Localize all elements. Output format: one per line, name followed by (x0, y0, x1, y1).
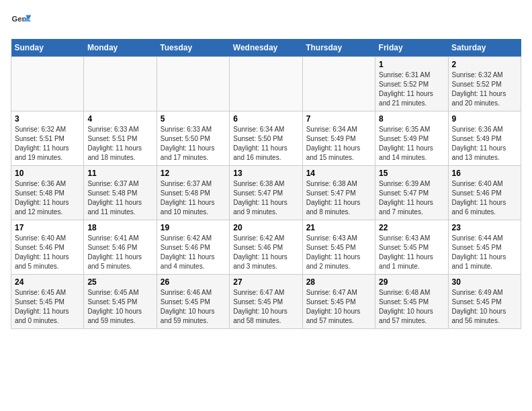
calendar-week-5: 24Sunrise: 6:45 AM Sunset: 5:45 PM Dayli… (11, 275, 521, 329)
calendar-cell: 25Sunrise: 6:45 AM Sunset: 5:45 PM Dayli… (84, 275, 157, 329)
day-info: Sunrise: 6:49 AM Sunset: 5:45 PM Dayligh… (452, 288, 517, 326)
svg-text:Gen: Gen (12, 15, 27, 23)
day-info: Sunrise: 6:48 AM Sunset: 5:45 PM Dayligh… (379, 288, 444, 326)
calendar-cell: 30Sunrise: 6:49 AM Sunset: 5:45 PM Dayli… (448, 275, 521, 329)
day-number: 21 (306, 223, 371, 232)
weekday-header-monday: Monday (84, 39, 157, 57)
day-number: 23 (452, 223, 517, 232)
day-number: 9 (452, 114, 517, 124)
calendar-cell: 14Sunrise: 6:38 AM Sunset: 5:47 PM Dayli… (302, 166, 375, 220)
day-info: Sunrise: 6:36 AM Sunset: 5:49 PM Dayligh… (452, 125, 517, 163)
calendar-cell: 13Sunrise: 6:38 AM Sunset: 5:47 PM Dayli… (230, 166, 302, 220)
day-number: 15 (379, 169, 444, 178)
calendar-cell: 7Sunrise: 6:34 AM Sunset: 5:49 PM Daylig… (302, 111, 375, 166)
calendar-cell: 26Sunrise: 6:46 AM Sunset: 5:45 PM Dayli… (157, 275, 229, 329)
calendar-cell (11, 57, 84, 111)
day-info: Sunrise: 6:36 AM Sunset: 5:48 PM Dayligh… (15, 179, 80, 217)
day-number: 20 (233, 223, 298, 232)
day-info: Sunrise: 6:35 AM Sunset: 5:49 PM Dayligh… (379, 125, 444, 163)
weekday-header-friday: Friday (375, 39, 448, 57)
day-info: Sunrise: 6:38 AM Sunset: 5:47 PM Dayligh… (306, 179, 371, 217)
calendar-cell (157, 57, 229, 111)
calendar-cell: 29Sunrise: 6:48 AM Sunset: 5:45 PM Dayli… (375, 275, 448, 329)
day-info: Sunrise: 6:31 AM Sunset: 5:52 PM Dayligh… (379, 71, 444, 108)
calendar-table: SundayMondayTuesdayWednesdayThursdayFrid… (11, 39, 521, 329)
day-info: Sunrise: 6:40 AM Sunset: 5:46 PM Dayligh… (452, 179, 517, 217)
calendar-week-4: 17Sunrise: 6:40 AM Sunset: 5:46 PM Dayli… (11, 220, 521, 275)
day-info: Sunrise: 6:32 AM Sunset: 5:52 PM Dayligh… (452, 71, 517, 108)
calendar-cell: 17Sunrise: 6:40 AM Sunset: 5:46 PM Dayli… (11, 220, 84, 275)
day-number: 25 (87, 277, 152, 287)
day-number: 16 (452, 169, 517, 178)
calendar-cell: 1Sunrise: 6:31 AM Sunset: 5:52 PM Daylig… (375, 57, 448, 111)
day-number: 2 (452, 60, 517, 69)
calendar-cell (84, 57, 157, 111)
calendar-cell: 20Sunrise: 6:42 AM Sunset: 5:46 PM Dayli… (230, 220, 302, 275)
day-info: Sunrise: 6:37 AM Sunset: 5:48 PM Dayligh… (161, 179, 226, 217)
calendar-cell: 11Sunrise: 6:37 AM Sunset: 5:48 PM Dayli… (84, 166, 157, 220)
day-info: Sunrise: 6:45 AM Sunset: 5:45 PM Dayligh… (15, 288, 80, 326)
calendar-cell: 22Sunrise: 6:43 AM Sunset: 5:45 PM Dayli… (375, 220, 448, 275)
day-number: 12 (161, 169, 226, 178)
calendar-cell: 8Sunrise: 6:35 AM Sunset: 5:49 PM Daylig… (375, 111, 448, 166)
calendar-cell (302, 57, 375, 111)
calendar-cell: 4Sunrise: 6:33 AM Sunset: 5:51 PM Daylig… (84, 111, 157, 166)
day-info: Sunrise: 6:33 AM Sunset: 5:50 PM Dayligh… (161, 125, 226, 163)
day-info: Sunrise: 6:43 AM Sunset: 5:45 PM Dayligh… (306, 234, 371, 271)
day-info: Sunrise: 6:32 AM Sunset: 5:51 PM Dayligh… (15, 125, 80, 163)
day-number: 8 (379, 114, 444, 124)
day-number: 17 (15, 223, 80, 232)
calendar-cell: 27Sunrise: 6:47 AM Sunset: 5:45 PM Dayli… (230, 275, 302, 329)
day-number: 6 (233, 114, 298, 124)
day-number: 27 (233, 277, 298, 287)
calendar-cell: 6Sunrise: 6:34 AM Sunset: 5:50 PM Daylig… (230, 111, 302, 166)
day-info: Sunrise: 6:47 AM Sunset: 5:45 PM Dayligh… (233, 288, 298, 326)
calendar-cell: 16Sunrise: 6:40 AM Sunset: 5:46 PM Dayli… (448, 166, 521, 220)
calendar-cell: 5Sunrise: 6:33 AM Sunset: 5:50 PM Daylig… (157, 111, 229, 166)
day-number: 13 (233, 169, 298, 178)
day-info: Sunrise: 6:39 AM Sunset: 5:47 PM Dayligh… (379, 179, 444, 217)
day-number: 11 (87, 169, 152, 178)
day-info: Sunrise: 6:41 AM Sunset: 5:46 PM Dayligh… (87, 234, 152, 271)
day-number: 24 (15, 277, 80, 287)
calendar-week-1: 1Sunrise: 6:31 AM Sunset: 5:52 PM Daylig… (11, 57, 521, 111)
day-info: Sunrise: 6:45 AM Sunset: 5:45 PM Dayligh… (87, 288, 152, 326)
day-info: Sunrise: 6:33 AM Sunset: 5:51 PM Dayligh… (87, 125, 152, 163)
calendar-cell: 15Sunrise: 6:39 AM Sunset: 5:47 PM Dayli… (375, 166, 448, 220)
day-info: Sunrise: 6:44 AM Sunset: 5:45 PM Dayligh… (452, 234, 517, 271)
day-info: Sunrise: 6:34 AM Sunset: 5:50 PM Dayligh… (233, 125, 298, 163)
calendar-week-2: 3Sunrise: 6:32 AM Sunset: 5:51 PM Daylig… (11, 111, 521, 166)
day-info: Sunrise: 6:34 AM Sunset: 5:49 PM Dayligh… (306, 125, 371, 163)
day-number: 1 (379, 60, 444, 69)
day-number: 3 (15, 114, 80, 124)
day-number: 19 (161, 223, 226, 232)
day-number: 14 (306, 169, 371, 178)
calendar-cell: 24Sunrise: 6:45 AM Sunset: 5:45 PM Dayli… (11, 275, 84, 329)
calendar-cell: 2Sunrise: 6:32 AM Sunset: 5:52 PM Daylig… (448, 57, 521, 111)
day-info: Sunrise: 6:42 AM Sunset: 5:46 PM Dayligh… (161, 234, 226, 271)
day-info: Sunrise: 6:43 AM Sunset: 5:45 PM Dayligh… (379, 234, 444, 271)
logo: Gen (11, 11, 35, 32)
calendar-cell (230, 57, 302, 111)
calendar-cell: 21Sunrise: 6:43 AM Sunset: 5:45 PM Dayli… (302, 220, 375, 275)
day-number: 29 (379, 277, 444, 287)
weekday-header-tuesday: Tuesday (157, 39, 229, 57)
weekday-header-thursday: Thursday (302, 39, 375, 57)
day-number: 30 (452, 277, 517, 287)
weekday-header-sunday: Sunday (11, 39, 84, 57)
calendar-cell: 9Sunrise: 6:36 AM Sunset: 5:49 PM Daylig… (448, 111, 521, 166)
calendar-cell: 18Sunrise: 6:41 AM Sunset: 5:46 PM Dayli… (84, 220, 157, 275)
day-info: Sunrise: 6:42 AM Sunset: 5:46 PM Dayligh… (233, 234, 298, 271)
calendar-cell: 12Sunrise: 6:37 AM Sunset: 5:48 PM Dayli… (157, 166, 229, 220)
header: Gen (11, 11, 521, 32)
weekday-header-saturday: Saturday (448, 39, 521, 57)
day-number: 7 (306, 114, 371, 124)
day-number: 18 (87, 223, 152, 232)
calendar-cell: 23Sunrise: 6:44 AM Sunset: 5:45 PM Dayli… (448, 220, 521, 275)
day-number: 5 (161, 114, 226, 124)
calendar-cell: 19Sunrise: 6:42 AM Sunset: 5:46 PM Dayli… (157, 220, 229, 275)
day-info: Sunrise: 6:47 AM Sunset: 5:45 PM Dayligh… (306, 288, 371, 326)
day-info: Sunrise: 6:46 AM Sunset: 5:45 PM Dayligh… (161, 288, 226, 326)
day-number: 26 (161, 277, 226, 287)
weekday-header-wednesday: Wednesday (230, 39, 302, 57)
